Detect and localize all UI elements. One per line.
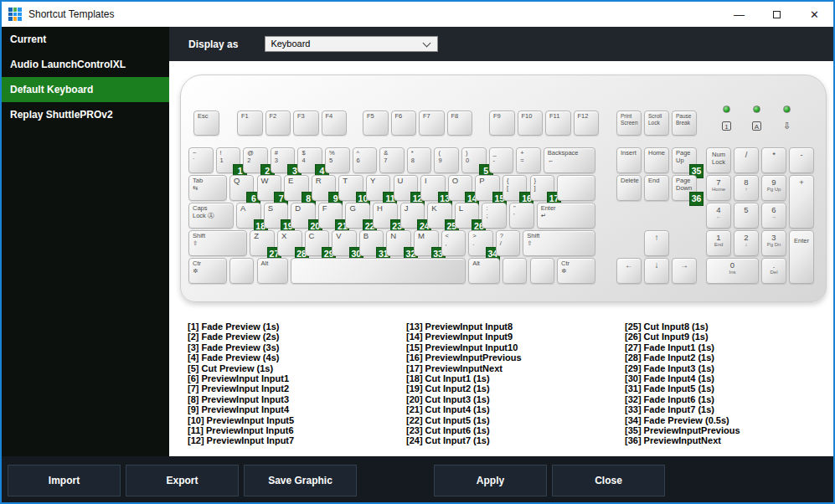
key-f4: F4 <box>322 111 348 136</box>
sidebar-item-current[interactable]: Current <box>2 27 169 52</box>
minimize-button[interactable]: — <box>720 2 758 27</box>
key-label: ~ ` <box>189 148 213 164</box>
key-l: L26 <box>455 203 480 229</box>
key-p: P15 <box>475 175 500 201</box>
key-label: S <box>265 203 288 213</box>
key-f10: F10 <box>518 111 544 136</box>
display-as-label: Display as <box>188 39 238 50</box>
save-graphic-button[interactable]: Save Graphic <box>244 465 357 496</box>
legend-column-3: [25] Cut Input8 (1s)[26] Cut Input9 (1s)… <box>625 321 817 446</box>
key-label: F11 <box>546 111 570 121</box>
key-label: Shift ⇧ <box>189 231 246 247</box>
key-symbol: + = <box>516 147 541 173</box>
legend-item: [13] PreviewInput Input8 <box>406 321 599 332</box>
key-label: V <box>332 231 356 240</box>
key-symbol: > .34 <box>468 230 493 256</box>
key-7: 7Home <box>706 175 731 201</box>
key-label: ( 9 <box>435 148 458 164</box>
key-5: 5 <box>734 203 759 229</box>
key-enter: Enter ↵ <box>537 203 595 229</box>
key-w: W7 <box>257 175 282 201</box>
key-9: 9Pg Up <box>761 175 786 201</box>
key-f5: F5 <box>363 111 389 136</box>
key-f7: F7 <box>419 111 445 136</box>
key-label: ^ 6 <box>353 148 377 164</box>
legend-item: [31] Fade Input5 (1s) <box>625 383 817 393</box>
legend-item: [5] Cut Preview (1s) <box>188 363 380 373</box>
import-button[interactable]: Import <box>8 465 121 496</box>
key-label: U <box>394 176 418 185</box>
key-blank <box>503 258 528 284</box>
key-label: Esc <box>194 111 219 121</box>
key-label: 8 <box>734 176 758 187</box>
legend-item: [16] PreviewInputPrevious <box>406 352 599 363</box>
key-symbol: .Del <box>761 258 786 284</box>
sidebar-item-audio-launchcontrolxl[interactable]: Audio LaunchControlXL <box>2 52 169 77</box>
key-label: } ] <box>531 176 554 192</box>
key-label <box>291 259 465 260</box>
key-label: ↓ <box>645 259 668 270</box>
key-2: @ 22 <box>243 147 268 173</box>
key-label: " ' <box>510 203 533 219</box>
key-label: 4 <box>707 203 730 214</box>
key-3: # 33 <box>271 147 296 173</box>
footer-spacer <box>362 465 434 496</box>
key-symbol: * <box>761 147 786 173</box>
key-label: F3 <box>294 111 318 121</box>
key-insert: Insert <box>616 147 642 173</box>
key-f2: F2 <box>265 111 291 136</box>
legend-item: [12] PreviewInput Input7 <box>188 435 380 445</box>
key-label: + <box>790 176 813 187</box>
key-y: Y11 <box>366 175 391 201</box>
key-label: ? / <box>497 231 520 247</box>
key-blank <box>291 258 466 284</box>
key-label: 2 <box>734 231 758 242</box>
key-label: ↑ <box>645 231 668 242</box>
app-icon-tile <box>18 13 22 17</box>
key-alt: Alt <box>468 258 500 284</box>
key-label: - <box>790 148 813 159</box>
led-light-icon <box>783 105 791 113</box>
key-home: Home <box>644 147 669 173</box>
led-light-icon <box>723 105 730 113</box>
key-label: Caps Lock Ⓐ <box>189 203 233 219</box>
footer-bar: Import Export Save Graphic Apply Close <box>2 456 833 504</box>
key-label: ! 1 <box>217 148 240 164</box>
key-label: 7 <box>707 176 730 187</box>
key-label: L <box>456 203 479 213</box>
key-label: E <box>285 176 308 185</box>
key-sublabel: Home <box>707 187 730 193</box>
key-label: : ; <box>482 203 506 219</box>
close-footer-button[interactable]: Close <box>552 465 665 496</box>
key-label: Delete <box>617 176 641 185</box>
key-end: End <box>644 175 669 201</box>
key-symbol: _ - <box>489 147 514 173</box>
key-label: Insert <box>617 148 641 157</box>
key-scrolllock: Scroll Lock <box>644 111 669 136</box>
legend-item: [24] Cut Input7 (1s) <box>406 435 599 445</box>
key-symbol: + <box>789 175 814 229</box>
app-icon-tile <box>13 13 18 17</box>
key-8: 8↑ <box>734 175 759 201</box>
legend-item: [25] Cut Input8 (1s) <box>625 321 817 332</box>
key-label: B <box>360 231 384 240</box>
sidebar-item-replay-shuttleprov2[interactable]: Replay ShuttlePROv2 <box>2 102 169 127</box>
key-label: Alt <box>469 259 499 268</box>
display-as-dropdown[interactable]: Keyboard <box>265 36 438 52</box>
export-button[interactable]: Export <box>126 465 239 496</box>
legend-item: [26] Cut Input9 (1s) <box>625 332 817 342</box>
close-button[interactable]: ✕ <box>796 2 833 27</box>
key-capslock: Caps Lock Ⓐ <box>188 203 234 229</box>
key-label: Alt <box>258 259 288 268</box>
key-alt: Alt <box>257 258 289 284</box>
key-label: Ctr ✲ <box>189 259 226 275</box>
sidebar-item-default-keyboard[interactable]: Default Keyboard <box>2 77 169 102</box>
key-4: $ 44 <box>297 147 322 173</box>
key-t: T10 <box>338 175 363 201</box>
key-pagedown: Page Down36 <box>672 175 697 201</box>
maximize-button[interactable] <box>758 2 796 27</box>
apply-button[interactable]: Apply <box>434 465 547 496</box>
key-b: B31 <box>359 230 384 256</box>
display-as-value: Keyboard <box>271 39 310 49</box>
legend-item: [7] PreviewInput Input2 <box>188 383 380 393</box>
